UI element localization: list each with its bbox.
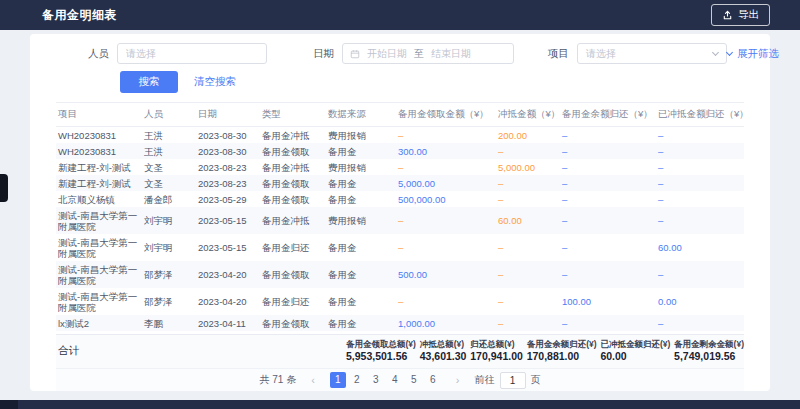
cell-offset: 200.00 [496,127,560,144]
search-button[interactable]: 搜索 [120,71,178,93]
cell-project: 测试-南昌大学第一附属医院 [56,288,142,315]
cell-type: 备用金冲抵 [260,159,326,175]
table-row: 北京顺义杨镇潘金郎2023-05-29备用金领取备用金500,000.00––– [56,191,744,207]
summary-item-value: 5,749,019.56 [674,350,744,363]
page-button-3[interactable]: 3 [368,372,384,388]
cell-balance_return: – [560,159,656,175]
cell-offset_return: – [656,207,744,234]
summary-item-value: 170,941.00 [470,350,523,363]
date-filter-label: 日期 [313,47,334,61]
page-button-1[interactable]: 1 [330,372,346,388]
cell-type: 备用金归还 [260,234,326,261]
cell-offset_return: – [656,315,744,331]
export-button-label: 导出 [738,8,759,22]
cell-offset_return: – [656,261,744,288]
drawer-handle[interactable] [0,174,8,202]
cell-balance_return: – [560,315,656,331]
project-filter: 项目 请选择 [548,43,727,64]
date-range-picker[interactable]: 开始日期 至 结束日期 [342,43,514,64]
person-filter-label: 人员 [88,47,109,61]
page-button-5[interactable]: 5 [406,372,422,388]
next-page-button[interactable]: › [450,373,466,387]
chevron-down-icon [712,48,719,55]
summary-item-label: 已冲抵金额归还(¥) [600,339,670,350]
cell-date: 2023-08-23 [196,159,260,175]
table-row: 测试-南昌大学第一附属医院邵梦泽2023-04-20备用金归还备用金––100.… [56,288,744,315]
table-container: 项目人员日期类型数据来源备用金领取金额（¥）冲抵金额（¥）备用金余额归还（¥）已… [56,102,744,334]
cell-person: 刘宇明 [142,207,196,234]
cell-source: 备用金 [326,261,396,288]
cell-project: 测试-南昌大学第一附属医院 [56,261,142,288]
cell-balance_return: – [560,261,656,288]
cell-date: 2023-05-15 [196,207,260,234]
chevron-down-icon [726,48,733,55]
summary-item-label: 备用金余额归还(¥) [527,339,597,350]
page-button-6[interactable]: 6 [425,372,441,388]
cell-source: 备用金 [326,143,396,159]
cell-offset: – [496,143,560,159]
date-range-separator: 至 [414,47,424,61]
cell-source: 费用报销 [326,159,396,175]
cell-source: 备用金 [326,175,396,191]
column-header: 人员 [142,103,196,127]
page-button-2[interactable]: 2 [349,372,365,388]
calendar-icon [350,49,360,59]
cell-source: 备用金 [326,191,396,207]
cell-project: 北京顺义杨镇 [56,191,142,207]
cell-received: 500.00 [396,261,496,288]
cell-project: WH20230831 [56,127,142,144]
cell-offset_return: – [656,159,744,175]
date-filter: 日期 开始日期 至 结束日期 [313,43,514,64]
column-header: 冲抵金额（¥） [496,103,560,127]
cell-type: 备用金领取 [260,191,326,207]
cell-project: 测试-南昌大学第一附属医院 [56,207,142,234]
cell-offset_return: 0.00 [656,288,744,315]
cell-type: 备用金冲抵 [260,207,326,234]
table-row: WH20230831王洪2023-08-30备用金领取备用金300.00––– [56,143,744,159]
cell-balance_return: – [560,234,656,261]
column-header: 项目 [56,103,142,127]
cell-received: – [396,127,496,144]
summary-item-label: 备用金领取总额(¥) [346,339,416,350]
cell-offset_return: – [656,191,744,207]
table-body: WH20230831王洪2023-08-30备用金冲抵费用报销–200.00––… [56,127,744,335]
topbar: 备用金明细表 导出 [0,0,800,30]
cell-received: – [396,159,496,175]
summary-total-label: 合计 [56,344,79,358]
cell-date: 2023-04-11 [196,315,260,331]
page-buttons: 123456 [330,372,441,388]
page-button-4[interactable]: 4 [387,372,403,388]
expand-filter-link[interactable]: 展开筛选 [727,47,779,61]
summary-item-value: 5,953,501.56 [346,350,416,363]
cell-received: 500,000.00 [396,191,496,207]
clear-search-link[interactable]: 清空搜索 [194,75,236,89]
cell-project: 测试-南昌大学第一附属医院 [56,234,142,261]
bottom-bar-corner [0,400,18,409]
filter-actions: 搜索 清空搜索 [120,71,744,93]
cell-received: 300.00 [396,143,496,159]
summary-item-label: 冲抵总额(¥) [420,339,467,350]
export-icon [722,10,733,21]
goto-label-suffix: 页 [531,373,541,387]
project-select[interactable]: 请选择 [577,43,727,64]
pagination-total-text: 共 71 条 [259,373,296,387]
project-select-placeholder: 请选择 [586,47,616,61]
person-select-input[interactable] [117,43,267,64]
cell-source: 备用金 [326,315,396,331]
export-button[interactable]: 导出 [711,4,770,26]
cell-source: 费用报销 [326,207,396,234]
cell-project: WH20230831 [56,143,142,159]
prev-page-button[interactable]: ‹ [305,373,321,387]
table-row: WH20230831王洪2023-08-30备用金冲抵费用报销–200.00–– [56,127,744,144]
summary-item-label: 归还总额(¥) [470,339,523,350]
cell-person: 文圣 [142,175,196,191]
cell-person: 王洪 [142,143,196,159]
goto-page-input[interactable] [500,372,526,389]
cell-project: 新建工程-刘-测试 [56,175,142,191]
cell-balance_return: – [560,191,656,207]
cell-offset_return: 60.00 [656,234,744,261]
cell-balance_return: – [560,175,656,191]
expand-filter-label: 展开筛选 [737,47,779,61]
cell-date: 2023-05-29 [196,191,260,207]
summary-item: 已冲抵金额归还(¥)60.00 [600,339,670,363]
